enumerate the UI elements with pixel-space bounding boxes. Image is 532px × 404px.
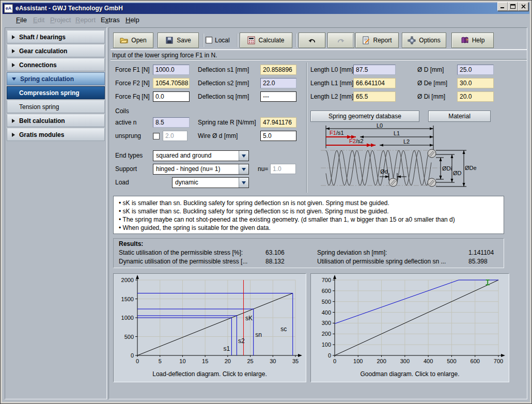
length-l1-label: Length L1 [mm] (310, 80, 353, 87)
dim-wire-d-label: Ød (380, 168, 388, 175)
warning-message: • The spring maybe can not shot-peened a… (119, 215, 498, 224)
wire-d-input[interactable]: 5.0 (260, 131, 296, 141)
svg-text:30: 30 (270, 358, 276, 364)
svg-text:15: 15 (202, 358, 208, 364)
help-book-icon: ? (461, 36, 469, 44)
svg-text:10: 10 (179, 358, 185, 364)
dim-d-label: ØD (453, 170, 462, 176)
redo-button[interactable] (327, 33, 354, 48)
force-f2-input[interactable]: 1054.70588 (153, 78, 190, 88)
sidebar-item-shaft-bearings[interactable]: Shaft / bearings (7, 30, 105, 43)
open-button[interactable]: Open (113, 33, 153, 48)
result-label: Dynamic utilisation of the permissible s… (119, 258, 247, 265)
sidebar-item-gear-calculation[interactable]: Gear calculation (7, 44, 105, 57)
deflection-s2-label: Deflection s2 [mm] (198, 80, 249, 87)
undo-button[interactable] (299, 33, 325, 48)
spring-rate-input[interactable]: 47.941176 (260, 117, 296, 128)
chevron-right-icon (12, 49, 15, 53)
dim-s1-label: /s1 (336, 130, 344, 136)
svg-text:?: ? (465, 38, 468, 42)
svg-text:100: 100 (322, 341, 331, 348)
svg-text:700: 700 (494, 358, 503, 364)
svg-text:1500: 1500 (121, 296, 134, 302)
sidebar-item-connections[interactable]: Connections (7, 58, 105, 71)
help-button[interactable]: ? Help (451, 33, 494, 48)
load-select[interactable]: dynamic (172, 177, 249, 188)
deflection-s2-input[interactable]: 22.0 (260, 78, 296, 88)
dropdown-arrow-icon[interactable] (239, 164, 248, 174)
sidebar: Shaft / bearings Gear calculation Connec… (5, 27, 107, 399)
dia-d-label: Ø D [mm] (417, 66, 444, 73)
deflection-s1-input[interactable]: 20.858896 (260, 65, 296, 75)
force-fq-input[interactable]: 0.0 (153, 91, 190, 102)
support-select[interactable]: hinged - hinged (nu= 1) (153, 164, 249, 175)
force-f1-input[interactable]: 1000.0 (153, 65, 190, 75)
force-f1-label: Force F1 [N] (115, 66, 150, 73)
dia-d-input[interactable]: 25.0 (457, 65, 494, 75)
deflection-s1-label: Deflection s1 [mm] (198, 66, 249, 73)
dim-l2-label: L2 (403, 138, 410, 145)
chevron-right-icon (12, 133, 15, 137)
spring-schematic: L0 F1 /s1 L1 F2 /s2 L2 Ød ØDi ØD ØDe (310, 123, 509, 193)
force-fq-label: Force Fq [N] (115, 93, 150, 100)
options-button[interactable]: Options (402, 33, 446, 48)
menu-help[interactable]: Help (126, 16, 139, 24)
sidebar-item-gratis-modules[interactable]: Gratis modules (7, 128, 105, 141)
form-divider (306, 63, 307, 193)
result-label: Spring deviation sh [mm]: (317, 249, 387, 256)
menu-extras[interactable]: Extras (101, 16, 120, 24)
end-types-label: End types (115, 152, 143, 159)
maximize-button[interactable] (508, 2, 518, 11)
menu-report[interactable]: Report (75, 16, 96, 24)
sidebar-item-spring-calculation[interactable]: Spring calculation (7, 72, 105, 85)
dim-s2-label: /s2 (356, 138, 364, 144)
report-button[interactable]: Report (355, 33, 399, 48)
material-button[interactable]: Material (428, 111, 491, 122)
length-l0-input[interactable]: 87.5 (353, 65, 396, 75)
deflection-sq-input[interactable]: --- (260, 91, 296, 102)
menu-project[interactable]: Project (50, 16, 71, 24)
load-deflection-chart[interactable]: 051015202530350500100015002000s1s2sKsnsc… (113, 273, 306, 382)
svg-text:1000: 1000 (121, 315, 134, 321)
menu-edit[interactable]: Edit (33, 16, 44, 24)
svg-text:s2: s2 (238, 337, 245, 345)
nu-label: nu= (258, 165, 268, 173)
save-button[interactable]: Save (158, 33, 199, 48)
dropdown-arrow-icon[interactable] (239, 151, 248, 161)
chevron-down-icon (12, 77, 16, 81)
dim-f1-label: F1 (330, 130, 336, 136)
nu-input[interactable]: 1.0 (270, 164, 296, 174)
close-icon (521, 4, 526, 9)
sidebar-item-compression-spring[interactable]: Compression spring (7, 86, 105, 99)
local-checkbox[interactable] (206, 37, 212, 43)
save-floppy-icon (165, 36, 174, 44)
local-label: Local (215, 37, 230, 44)
spring-rate-label: Spring rate R [N/mm] (198, 119, 256, 126)
unsprung-input[interactable]: 2.0 (163, 131, 187, 141)
minimize-button[interactable] (497, 2, 508, 11)
sidebar-item-belt-calculation[interactable]: Belt calculation (7, 114, 105, 127)
active-n-input[interactable]: 8.5 (153, 117, 190, 128)
length-l1-input[interactable]: 66.641104 (353, 78, 396, 88)
dia-di-input[interactable]: 20.0 (457, 91, 494, 102)
dia-de-input[interactable]: 30.0 (457, 78, 494, 88)
spring-geometry-database-button[interactable]: Spring geometry database (310, 111, 419, 122)
close-button[interactable] (518, 2, 528, 11)
goodman-chart[interactable]: 0100200300400500600700010020030040050060… (310, 273, 509, 382)
svg-text:400: 400 (424, 358, 433, 364)
unsprung-checkbox[interactable] (153, 133, 160, 139)
length-l2-input[interactable]: 65.5 (353, 91, 396, 102)
separator-line (111, 59, 527, 60)
svg-text:300: 300 (400, 358, 410, 364)
calculate-button[interactable]: Calculate (240, 33, 292, 48)
toolbar-separator (353, 34, 353, 47)
result-value: 1.141104 (468, 249, 494, 256)
toolbar-separator (237, 34, 238, 47)
dropdown-arrow-icon[interactable] (239, 178, 248, 188)
menu-file[interactable]: File (16, 16, 27, 24)
sidebar-item-tension-spring[interactable]: Tension spring (7, 100, 105, 113)
end-types-select[interactable]: squared and ground (153, 150, 249, 161)
results-title: Results: (119, 240, 143, 247)
app-window: eA eAssistant - GWJ Technology GmbH File… (0, 0, 532, 404)
svg-text:200: 200 (322, 331, 331, 337)
